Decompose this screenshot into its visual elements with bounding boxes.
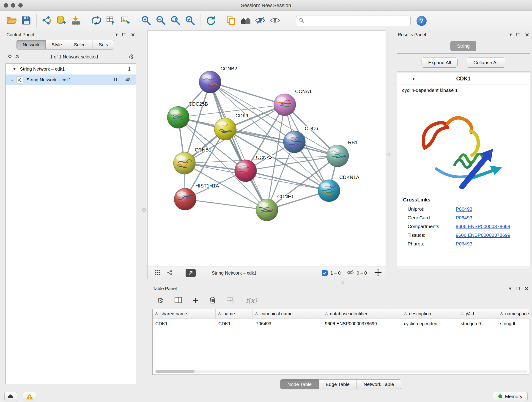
tab-network-table[interactable]: Network Table [357, 379, 401, 389]
show-selection-button[interactable] [268, 13, 282, 28]
network-node-label: CCNA2 [256, 155, 273, 160]
panel-close-icon[interactable]: ✕ [525, 286, 529, 291]
table-row[interactable]: CDK1CDK1P064939606.ENSP00000378699cyclin… [152, 319, 529, 328]
tab-edge-table[interactable]: Edge Table [319, 379, 357, 389]
table-settings-gear-icon[interactable]: ⚙ [157, 297, 164, 304]
import-network-button[interactable] [39, 13, 54, 28]
splitter-handle[interactable] [341, 281, 344, 284]
expand-all-button[interactable]: Expand All [422, 57, 457, 68]
crosslink-link[interactable]: 9606.ENSP00000378699 [456, 224, 510, 229]
network-node[interactable] [283, 131, 305, 153]
table-cell[interactable]: CDK1 [152, 319, 215, 328]
table-cell[interactable]: 9606.ENSP00000378699 [322, 319, 401, 328]
delete-column-trash-icon[interactable] [209, 296, 216, 305]
open-session-button[interactable] [4, 13, 19, 28]
import-network-from-database-button[interactable] [54, 13, 69, 28]
crosslink-link[interactable]: P06493 [456, 241, 472, 247]
column-header-canonical-name[interactable]: canonical name [253, 309, 322, 319]
crosslink-link[interactable]: P06493 [456, 206, 472, 212]
network-node[interactable] [173, 152, 196, 174]
apply-layout-button[interactable] [203, 13, 218, 28]
gear-icon[interactable]: ⚙ [128, 54, 134, 60]
panel-collapse-icon[interactable]: ▾ [509, 32, 512, 37]
splitter-handle[interactable] [142, 208, 146, 212]
panel-collapse-icon[interactable]: ▾ [115, 32, 118, 37]
show-columns-icon[interactable] [175, 297, 182, 304]
search-input[interactable] [306, 18, 408, 24]
table-cell[interactable]: cyclin-dependent ... [401, 319, 458, 328]
column-header--id[interactable]: @id [458, 309, 497, 319]
network-edge[interactable] [185, 199, 267, 210]
table-cell[interactable]: stringdb:9... [458, 319, 497, 328]
panel-close-icon[interactable]: ✕ [131, 32, 135, 37]
network-node[interactable] [327, 145, 349, 167]
tab-network[interactable]: Network [17, 40, 46, 50]
save-session-button[interactable] [19, 13, 34, 28]
network-canvas[interactable]: CCNB2CCNA1CDC25BCDK1CDC6RB1CCNB1CCNA2CDK… [147, 31, 386, 267]
column-header-database-identifier[interactable]: database identifier [322, 309, 401, 319]
tree-caret-icon[interactable]: ▼ [13, 67, 16, 71]
cloud-status-button[interactable] [4, 392, 17, 401]
table-cell[interactable]: CDK1 [215, 319, 253, 328]
import-table-button[interactable] [69, 13, 83, 28]
panel-float-icon[interactable] [122, 33, 126, 36]
zoom-in-button[interactable] [139, 13, 153, 28]
new-network-from-table-button[interactable] [104, 13, 119, 28]
tab-node-table[interactable]: Node Table [280, 379, 319, 389]
network-row-selected[interactable]: ● String Network – cdk1 11 48 [6, 75, 136, 85]
hide-selection-button[interactable] [253, 13, 268, 28]
network-node[interactable] [199, 71, 221, 93]
tab-sets[interactable]: Sets [93, 40, 114, 50]
copy-document-button[interactable] [224, 13, 238, 28]
crosslink-link[interactable]: 9606.ENSP00000378699 [456, 232, 510, 238]
splitter-handle[interactable] [386, 153, 390, 156]
collapse-all-button[interactable]: Collapse All [467, 57, 505, 68]
grid-view-icon[interactable] [154, 269, 160, 277]
network-node[interactable] [274, 94, 296, 116]
warnings-button[interactable] [23, 392, 36, 401]
tab-select[interactable]: Select [68, 40, 93, 50]
zoom-out-button[interactable] [153, 13, 168, 28]
zoom-fit-button[interactable] [168, 13, 183, 28]
column-header-description[interactable]: description [401, 309, 458, 319]
column-header-name[interactable]: name [215, 309, 253, 319]
network-node[interactable] [318, 180, 340, 202]
network-modify-button[interactable] [89, 13, 104, 28]
results-scrollbar[interactable] [397, 266, 530, 269]
table-cell[interactable]: P06493 [253, 319, 322, 328]
tab-style[interactable]: Style [46, 40, 68, 50]
network-graph[interactable]: CCNB2CCNA1CDC25BCDK1CDC6RB1CCNB1CCNA2CDK… [147, 31, 386, 267]
scrollbar-thumb[interactable] [156, 370, 195, 373]
help-button[interactable]: ? [417, 16, 427, 26]
column-header-namespace[interactable]: namespace [497, 309, 529, 319]
panel-close-icon[interactable]: ✕ [525, 32, 529, 37]
panel-float-icon[interactable] [516, 287, 520, 290]
share-view-icon[interactable] [167, 269, 173, 277]
zoom-selected-button[interactable] [183, 13, 197, 28]
network-node[interactable] [167, 106, 189, 128]
entry-header[interactable]: ▼ CDK1 [397, 73, 530, 85]
export-image-button[interactable] [119, 13, 133, 28]
eye-icon [269, 16, 280, 25]
expand-tree-icon[interactable] [7, 54, 12, 60]
open-in-window-button[interactable] [186, 269, 196, 277]
node-table[interactable]: shared namenamecanonical namedatabase id… [152, 309, 529, 375]
network-collection-row[interactable]: ▼ String Network – cdk1 1 [6, 64, 136, 75]
network-node[interactable] [214, 118, 236, 140]
panel-collapse-icon[interactable]: ▾ [509, 286, 511, 291]
network-overview-button[interactable] [238, 13, 253, 28]
entry-caret-icon[interactable]: ▼ [412, 77, 415, 81]
column-header-shared-name[interactable]: shared name [152, 309, 215, 319]
add-column-icon[interactable]: + [193, 297, 199, 304]
tab-string[interactable]: String [450, 41, 476, 51]
network-edge[interactable] [210, 82, 267, 210]
table-horizontal-scrollbar[interactable] [155, 370, 527, 373]
memory-button[interactable]: Memory [493, 392, 528, 401]
network-edge[interactable] [210, 82, 285, 105]
panel-float-icon[interactable] [516, 33, 520, 36]
pan-crosshair-icon[interactable] [374, 269, 382, 278]
collapse-tree-icon[interactable] [15, 54, 20, 60]
table-cell[interactable]: stringdb [497, 319, 529, 328]
crosslink-link[interactable]: P06493 [456, 215, 472, 220]
selected-checkbox-icon[interactable] [322, 270, 328, 276]
